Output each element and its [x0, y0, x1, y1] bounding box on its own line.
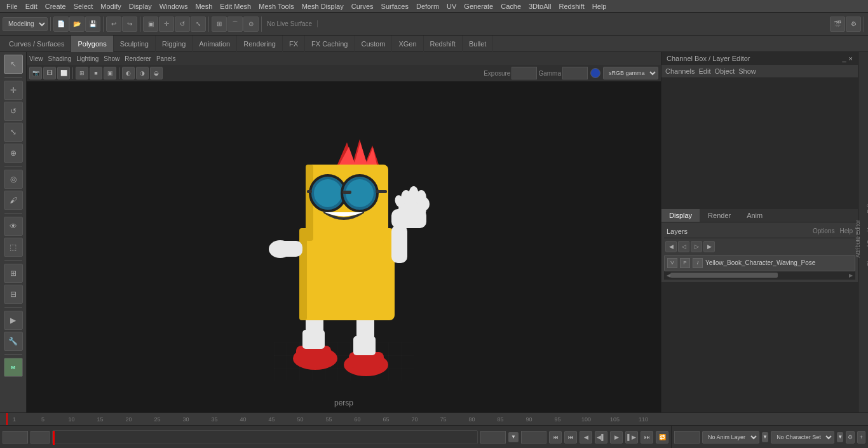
- attribute-editor-side-label[interactable]: Attribute Editor: [855, 220, 861, 258]
- grid-toggle[interactable]: ⊟: [4, 285, 23, 304]
- scale-tool[interactable]: ⤡: [4, 123, 23, 142]
- char-set-dropdown[interactable]: No Character Set: [771, 431, 834, 444]
- aa-btn[interactable]: ◒: [150, 67, 163, 79]
- tab-rendering[interactable]: Rendering: [237, 36, 283, 52]
- paint-skin[interactable]: 🖌: [4, 191, 23, 210]
- anim-layer-dropdown[interactable]: No Anim Layer: [702, 431, 759, 444]
- scroll-handle[interactable]: [670, 273, 778, 278]
- menu-file[interactable]: File: [3, 3, 22, 10]
- vp-menu-lighting[interactable]: Lighting: [76, 55, 98, 62]
- show-hide[interactable]: 👁: [4, 217, 23, 236]
- snap-grid[interactable]: ⊞: [212, 17, 227, 32]
- channel-tab-show[interactable]: Show: [738, 67, 756, 75]
- go-end-btn[interactable]: ⏭: [641, 431, 653, 444]
- range-start-input[interactable]: 1: [31, 431, 50, 444]
- tab-xgen[interactable]: XGen: [392, 36, 423, 52]
- exposure-input[interactable]: 0.00: [512, 67, 537, 79]
- step-fwd-btn[interactable]: ▌▶: [625, 431, 638, 444]
- play-back-btn2[interactable]: ◀▌: [595, 431, 607, 444]
- select-tool[interactable]: ↖: [4, 55, 23, 74]
- menu-mesh-display[interactable]: Mesh Display: [298, 3, 348, 10]
- layer-item[interactable]: V P / Yellow_Book_Character_Waving_Pose: [664, 255, 855, 271]
- menu-windows[interactable]: Windows: [156, 3, 192, 10]
- tab-animation[interactable]: Animation: [193, 36, 237, 52]
- shadows-btn[interactable]: ◐: [122, 67, 135, 79]
- gamma-dropdown[interactable]: sRGB gamma: [603, 67, 658, 79]
- quick-rig[interactable]: 🔧: [4, 332, 23, 351]
- camera-btn[interactable]: 📷: [29, 67, 42, 79]
- layer-visibility[interactable]: V: [667, 258, 677, 268]
- tab-curves-surfaces[interactable]: Curves / Surfaces: [3, 36, 71, 52]
- anim-layer-options[interactable]: ▼: [762, 432, 768, 442]
- layer-playback[interactable]: P: [680, 258, 690, 268]
- render-btn[interactable]: 🎬: [830, 17, 845, 32]
- layer-end-btn[interactable]: ▶: [703, 241, 715, 252]
- tab-bullet[interactable]: Bullet: [463, 36, 494, 52]
- menu-create[interactable]: Create: [41, 3, 70, 10]
- ao-btn[interactable]: ◑: [136, 67, 149, 79]
- vp-menu-view[interactable]: View: [29, 55, 43, 62]
- right-panel-close[interactable]: ×: [849, 55, 853, 62]
- play-fwd-btn[interactable]: ▶: [610, 431, 623, 444]
- layer-type[interactable]: /: [693, 258, 703, 268]
- tab-anim[interactable]: Anim: [739, 209, 771, 222]
- redo-btn[interactable]: ↪: [122, 17, 137, 32]
- menu-redshift[interactable]: Redshift: [555, 3, 588, 10]
- timeline[interactable]: 1 5 10 15 20 25 30 35 40 45 50 55 60 65 …: [0, 412, 868, 425]
- menu-mesh-tools[interactable]: Mesh Tools: [255, 3, 297, 10]
- menu-cache[interactable]: Cache: [497, 3, 525, 10]
- vp-menu-panels[interactable]: Panels: [156, 55, 176, 62]
- color-settings[interactable]: [590, 68, 600, 78]
- save-btn[interactable]: 💾: [85, 17, 100, 32]
- viewport-3d[interactable]: View Shading Lighting Show Renderer Pane…: [27, 52, 661, 412]
- menu-edit[interactable]: Edit: [22, 3, 41, 10]
- menu-help[interactable]: Help: [588, 3, 611, 10]
- vp-menu-show[interactable]: Show: [104, 55, 119, 62]
- step-back-btn[interactable]: ⏮: [564, 431, 577, 444]
- snap-settings[interactable]: ⊞: [4, 264, 23, 283]
- wireframe-btn[interactable]: ⊞: [76, 67, 88, 79]
- tab-render[interactable]: Render: [700, 209, 739, 222]
- marquee-select[interactable]: ⬚: [4, 238, 23, 257]
- undo-btn[interactable]: ↩: [106, 17, 121, 32]
- channel-box-layer-editor-tab[interactable]: Channel Box / Layer Editor: [866, 198, 869, 267]
- tab-sculpting[interactable]: Sculpting: [114, 36, 156, 52]
- move-btn[interactable]: ✛: [159, 17, 174, 32]
- scroll-track[interactable]: [670, 273, 849, 278]
- channel-tab-channels[interactable]: Channels: [665, 67, 695, 75]
- scale-btn[interactable]: ⤡: [191, 17, 206, 32]
- scroll-right-arrow[interactable]: ▶: [849, 273, 853, 278]
- range-bar[interactable]: [52, 430, 478, 444]
- layer-add-btn[interactable]: ◀: [665, 241, 677, 252]
- tab-rigging[interactable]: Rigging: [156, 36, 193, 52]
- menu-edit-mesh[interactable]: Edit Mesh: [216, 3, 255, 10]
- menu-mesh[interactable]: Mesh: [191, 3, 216, 10]
- menu-modify[interactable]: Modify: [97, 3, 125, 10]
- menu-generate[interactable]: Generate: [460, 3, 497, 10]
- channel-tab-edit[interactable]: Edit: [698, 67, 710, 75]
- menu-select[interactable]: Select: [70, 3, 97, 10]
- layer-back-btn[interactable]: ◁: [678, 241, 689, 252]
- range-end-input[interactable]: 120: [480, 431, 506, 444]
- tab-custom[interactable]: Custom: [355, 36, 393, 52]
- layers-options[interactable]: Options: [813, 227, 834, 234]
- resolution-gate[interactable]: ⬜: [57, 67, 70, 79]
- select-btn[interactable]: ▣: [143, 17, 158, 32]
- tab-fx[interactable]: FX: [283, 36, 305, 52]
- menu-3dtoall[interactable]: 3DtoAll: [525, 3, 555, 10]
- char-set-add-btn[interactable]: +: [857, 431, 865, 444]
- film-gate[interactable]: 🎞: [43, 67, 56, 79]
- new-btn[interactable]: 📄: [53, 17, 69, 32]
- playback-end-input[interactable]: 200: [521, 431, 546, 444]
- open-btn[interactable]: 📂: [69, 17, 85, 32]
- textured-btn[interactable]: ▣: [104, 67, 116, 79]
- soft-select[interactable]: ◎: [4, 170, 23, 189]
- right-panel-minimize[interactable]: _: [842, 55, 846, 62]
- move-tool[interactable]: ✛: [4, 81, 23, 100]
- render-btn-left[interactable]: ▶: [4, 311, 23, 330]
- char-set-options[interactable]: ▼: [837, 432, 843, 442]
- channel-tab-object[interactable]: Object: [714, 67, 735, 75]
- vp-menu-renderer[interactable]: Renderer: [125, 55, 151, 62]
- gamma-input[interactable]: 1.00: [562, 67, 588, 79]
- render-settings[interactable]: ⚙: [846, 17, 861, 32]
